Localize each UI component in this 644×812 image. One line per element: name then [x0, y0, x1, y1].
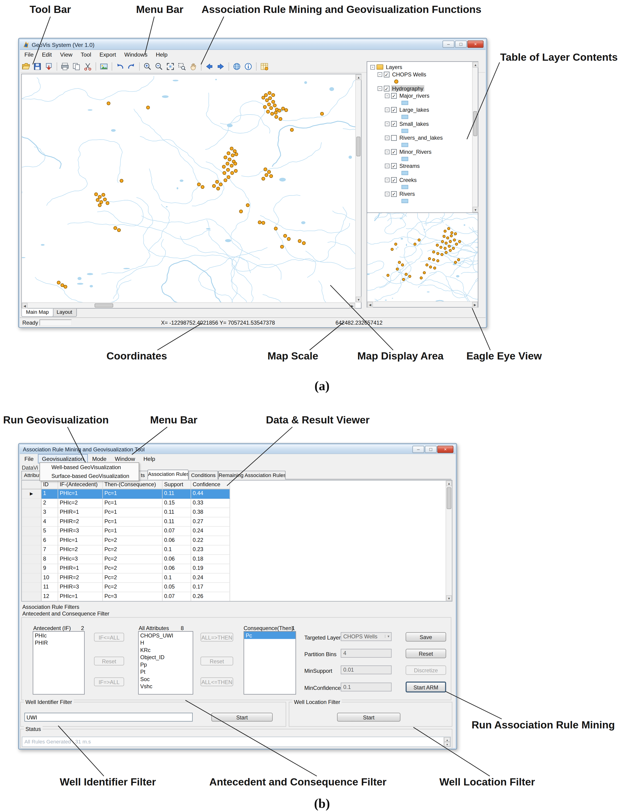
minimize-button[interactable]: – — [443, 41, 455, 48]
menu-item-file[interactable]: File — [20, 50, 38, 60]
antecedent-listbox[interactable]: PHIcPHIR — [33, 631, 85, 695]
layer-checkbox[interactable]: ✓ — [391, 163, 397, 169]
undo-icon[interactable] — [115, 61, 125, 71]
map-canvas[interactable] — [22, 74, 356, 303]
row-selector[interactable] — [22, 574, 42, 583]
if-from-all-button[interactable]: IF=>ALL — [94, 678, 124, 686]
expand-icon[interactable]: - — [385, 191, 389, 196]
consequence-listbox[interactable]: Pc — [244, 631, 296, 695]
expand-icon[interactable]: - — [370, 65, 375, 69]
layer-checkbox[interactable]: ✓ — [384, 85, 390, 91]
column-header-id[interactable]: ID — [41, 481, 58, 489]
zoom-window-icon[interactable] — [177, 61, 187, 71]
row-selector[interactable] — [22, 555, 42, 564]
list-item[interactable]: Pt — [139, 668, 193, 676]
layer-item[interactable]: -✓Large_lakes — [368, 106, 471, 113]
menu-item-file[interactable]: File — [20, 454, 38, 464]
layer-label[interactable]: Major_rivers — [398, 93, 430, 99]
list-item[interactable]: Object_ID — [139, 653, 193, 661]
list-item[interactable]: Pp — [139, 661, 193, 668]
scroll-thumb[interactable] — [95, 304, 113, 308]
menu-item-view[interactable]: View — [56, 50, 76, 60]
arm-icon[interactable] — [259, 61, 270, 71]
eagle-horizontal-scrollbar[interactable]: ◀ ▶ — [367, 301, 478, 307]
list-item[interactable]: KRc — [139, 646, 193, 653]
close-button[interactable]: × — [467, 41, 484, 48]
list-item[interactable]: CHOPS_UWI — [139, 632, 193, 639]
scroll-left-icon[interactable]: ◀ — [22, 303, 28, 309]
copy-icon[interactable] — [71, 61, 81, 71]
scroll-up-icon[interactable]: ▲ — [356, 74, 362, 80]
discretize-button[interactable]: Discretize — [406, 665, 446, 675]
list-item[interactable]: Soc — [139, 675, 193, 683]
well-identifier-input[interactable] — [24, 713, 193, 722]
scroll-down-icon[interactable]: ▼ — [356, 297, 362, 302]
eagle-eye-view[interactable]: ◀ ▶ — [367, 212, 479, 308]
table-row[interactable]: 8PHIc=3Pc=20.060.18 — [22, 555, 446, 564]
expand-icon[interactable]: - — [385, 107, 389, 112]
expand-icon[interactable]: - — [385, 163, 389, 168]
expand-icon[interactable]: - — [378, 72, 382, 77]
layer-label[interactable]: Streams — [398, 163, 421, 169]
table-row[interactable]: 11PHIR=3Pc=20.050.17 — [22, 583, 446, 592]
start-arm-button[interactable]: Start ARM — [406, 682, 446, 692]
globe-icon[interactable] — [232, 61, 242, 71]
list-item[interactable]: Vshc — [139, 683, 193, 690]
expand-icon[interactable]: - — [385, 177, 389, 182]
identify-icon[interactable] — [243, 61, 253, 71]
back-icon[interactable] — [204, 61, 214, 71]
export-icon[interactable] — [44, 61, 54, 71]
minconfidence-field[interactable]: 0.1 — [341, 683, 392, 691]
tab-association-rules[interactable]: Association Rules — [148, 470, 189, 479]
menu-item-help[interactable]: Help — [139, 454, 159, 464]
column-header-confidence[interactable]: Confidence — [191, 481, 230, 489]
layer-item[interactable]: -✓Rivers — [368, 190, 471, 198]
layer-checkbox[interactable]: ✓ — [391, 93, 397, 99]
expand-icon[interactable]: - — [385, 121, 389, 126]
table-scrollbar[interactable]: ▲ ▼ — [446, 481, 452, 601]
partition-bins-field[interactable]: 4 — [341, 649, 392, 658]
layer-item[interactable]: -✓Major_rivers — [368, 92, 471, 99]
scroll-right-icon[interactable]: ▶ — [349, 303, 355, 309]
layer-item[interactable]: -✓Creeks — [368, 176, 471, 183]
tab-conditions[interactable]: Conditions — [189, 471, 218, 479]
attributes-listbox[interactable]: CHOPS_UWIHKRcObject_IDPpPtSocVshc — [138, 631, 194, 695]
layer-item[interactable]: -✓Small_lakes — [368, 120, 471, 127]
table-row[interactable]: 3PHIR=1Pc=10.110.38 — [22, 508, 446, 517]
eagle-eye-canvas[interactable] — [367, 213, 478, 302]
table-row[interactable]: ▶1PHIc=1Pc=10.110.44 — [22, 490, 446, 499]
layer-checkbox[interactable]: ✓ — [391, 121, 397, 127]
layers-scrollbar[interactable]: ▲ ▼ — [472, 62, 478, 213]
spinner-down-icon[interactable]: ▼ — [444, 742, 450, 746]
table-row[interactable]: 9PHIR=1Pc=20.060.19 — [22, 564, 446, 574]
status-spinner[interactable]: ▲ ▼ — [444, 737, 450, 747]
menu-item-window[interactable]: Window — [111, 454, 139, 464]
table-row[interactable]: 7PHIc=2Pc=20.10.23 — [22, 546, 446, 555]
expand-icon[interactable]: - — [385, 150, 389, 154]
expand-icon[interactable]: - — [378, 86, 382, 90]
menu-item-help[interactable]: Help — [152, 50, 172, 60]
full-extent-icon[interactable] — [165, 61, 175, 71]
row-selector[interactable] — [22, 517, 42, 527]
list-item[interactable]: PHIR — [33, 639, 84, 646]
row-selector[interactable] — [22, 583, 42, 592]
redo-icon[interactable] — [126, 61, 137, 71]
scroll-up-icon[interactable]: ▲ — [473, 62, 479, 68]
all-from-then-button[interactable]: ALL<=THEN — [201, 678, 233, 686]
layer-item[interactable]: -✓CHOPS Wells — [368, 71, 471, 78]
layer-checkbox[interactable]: ✓ — [391, 191, 397, 197]
titlebar-a[interactable]: GeoVis System (Ver 1.0) – □ × — [20, 40, 486, 50]
layer-item[interactable]: -✓Streams — [368, 162, 471, 169]
tab-main-map[interactable]: Main Map — [21, 309, 53, 317]
minsupport-field[interactable]: 0.01 — [341, 665, 392, 674]
menu-item-tool[interactable]: Tool — [76, 50, 95, 60]
forward-icon[interactable] — [215, 61, 226, 71]
map-display-area[interactable]: ▲ ▼ ◀ ▶ — [21, 74, 362, 309]
zoom-out-icon[interactable] — [154, 61, 164, 71]
image-icon[interactable] — [99, 61, 109, 71]
row-selector[interactable] — [22, 508, 42, 517]
table-row[interactable]: 5PHIR=3Pc=10.070.24 — [22, 527, 446, 536]
row-selector[interactable] — [22, 536, 42, 546]
scroll-down-icon[interactable]: ▼ — [473, 207, 479, 213]
menu-item-mode[interactable]: Mode — [88, 454, 111, 464]
